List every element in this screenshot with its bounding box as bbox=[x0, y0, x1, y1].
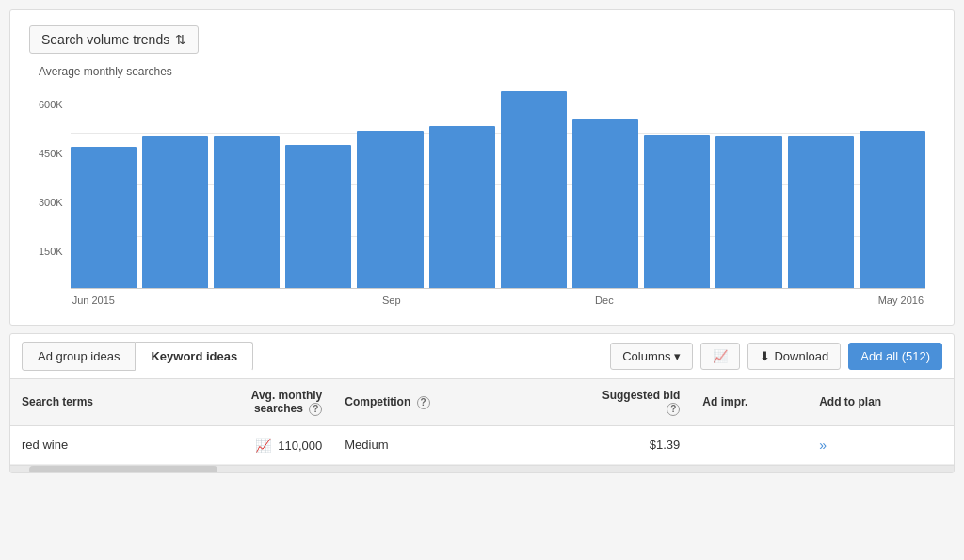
y-tick: 450K bbox=[39, 148, 63, 159]
columns-label: Columns bbox=[622, 349, 670, 363]
tab-keyword-ideas-label: Keyword ideas bbox=[151, 349, 237, 363]
col-ad-impr: Ad impr. bbox=[691, 379, 808, 425]
bar bbox=[142, 136, 208, 288]
tab-keyword-ideas[interactable]: Keyword ideas bbox=[136, 342, 253, 371]
search-volume-trends-dropdown[interactable]: Search volume trends ⇅ bbox=[29, 25, 199, 54]
bar bbox=[214, 136, 280, 288]
bar bbox=[357, 131, 423, 288]
add-all-label: Add all (512) bbox=[860, 349, 930, 363]
chart-wrapper: 600K 450K 300K 150K Jun 2015 Sep Dec May… bbox=[39, 82, 925, 306]
bar bbox=[644, 135, 710, 288]
y-axis-label: Average monthly searches bbox=[39, 65, 925, 78]
download-label: Download bbox=[774, 349, 828, 363]
add-to-plan-icon[interactable]: » bbox=[819, 438, 827, 453]
bars-container bbox=[71, 82, 925, 289]
bar bbox=[860, 131, 925, 288]
x-label: Jun 2015 bbox=[72, 295, 285, 306]
chevron-icon: ⇅ bbox=[175, 32, 186, 47]
x-label: Sep bbox=[285, 295, 498, 306]
tab-ad-group-ideas-label: Ad group ideas bbox=[38, 349, 120, 363]
chevron-down-icon: ▾ bbox=[674, 349, 681, 363]
chart-content: Jun 2015 Sep Dec May 2016 bbox=[71, 82, 925, 306]
keyword-table: Search terms Avg. monthlysearches ? Comp… bbox=[10, 379, 954, 465]
col-avg-monthly: Avg. monthlysearches ? bbox=[172, 379, 333, 425]
bar bbox=[501, 91, 567, 288]
suggested-bid-help-icon[interactable]: ? bbox=[667, 403, 680, 416]
cell-add-to-plan[interactable]: » bbox=[808, 425, 954, 464]
trend-chart-icon: 📈 bbox=[713, 349, 728, 363]
bar bbox=[788, 136, 854, 288]
x-label: Dec bbox=[498, 295, 711, 306]
competition-help-icon[interactable]: ? bbox=[417, 396, 430, 409]
scrollbar-thumb[interactable] bbox=[29, 466, 217, 472]
cell-ad-impr bbox=[691, 425, 808, 464]
chart-header: Search volume trends ⇅ bbox=[29, 25, 935, 54]
download-button[interactable]: ⬇ Download bbox=[747, 343, 841, 370]
trend-sparkline-icon[interactable]: 📈 bbox=[255, 438, 271, 453]
avg-monthly-help-icon[interactable]: ? bbox=[309, 403, 322, 416]
y-axis: 600K 450K 300K 150K bbox=[39, 99, 71, 306]
tabs-toolbar: Ad group ideas Keyword ideas Columns ▾ 📈… bbox=[10, 334, 954, 379]
toolbar-right: Columns ▾ 📈 ⬇ Download Add all (512) bbox=[610, 343, 942, 370]
tab-ad-group-ideas[interactable]: Ad group ideas bbox=[22, 342, 136, 371]
columns-button[interactable]: Columns ▾ bbox=[610, 343, 693, 370]
cell-search-terms: red wine bbox=[10, 425, 172, 464]
y-tick: 300K bbox=[39, 197, 63, 208]
cell-suggested-bid: $1.39 bbox=[519, 425, 691, 464]
col-suggested-bid: Suggested bid ? bbox=[519, 379, 691, 425]
x-axis: Jun 2015 Sep Dec May 2016 bbox=[71, 289, 925, 306]
dropdown-label: Search volume trends bbox=[41, 32, 169, 47]
col-search-terms: Search terms bbox=[10, 379, 172, 425]
chart-container: Search volume trends ⇅ Average monthly s… bbox=[9, 9, 955, 326]
col-add-to-plan: Add to plan bbox=[808, 379, 954, 425]
y-tick: 600K bbox=[39, 99, 63, 110]
chart-area: Average monthly searches 600K 450K 300K … bbox=[29, 65, 935, 306]
table-header-row: Search terms Avg. monthlysearches ? Comp… bbox=[10, 379, 954, 425]
bar bbox=[429, 126, 495, 288]
bar bbox=[715, 136, 781, 288]
table-container: Search terms Avg. monthlysearches ? Comp… bbox=[10, 379, 954, 472]
col-competition: Competition ? bbox=[333, 379, 519, 425]
bar bbox=[285, 145, 351, 288]
y-tick bbox=[60, 295, 63, 306]
horizontal-scrollbar[interactable] bbox=[10, 465, 954, 472]
bar bbox=[71, 147, 137, 288]
bar bbox=[572, 119, 638, 288]
cell-avg-monthly: 📈 110,000 bbox=[172, 425, 333, 464]
download-icon: ⬇ bbox=[760, 349, 770, 363]
x-label: May 2016 bbox=[711, 295, 924, 306]
table-row: red wine 📈 110,000 Medium $1.39 » bbox=[10, 425, 954, 464]
trend-chart-button[interactable]: 📈 bbox=[700, 343, 740, 370]
bottom-section: Ad group ideas Keyword ideas Columns ▾ 📈… bbox=[9, 333, 955, 473]
y-tick: 150K bbox=[39, 246, 63, 257]
cell-competition: Medium bbox=[333, 425, 519, 464]
add-all-button[interactable]: Add all (512) bbox=[848, 343, 942, 370]
